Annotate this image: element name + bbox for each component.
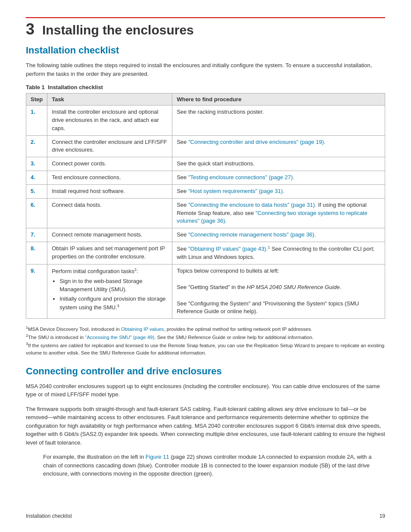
where-4: See "Testing enclosure connections" (pag…	[172, 171, 385, 185]
section2-para3-prefix: For example, the illustration on the lef…	[43, 454, 146, 460]
task-7: Connect remote management hosts.	[47, 228, 172, 242]
link-figure11[interactable]: Figure 11	[146, 454, 169, 460]
footnote-3: 3If the systems are cabled for replicati…	[26, 341, 385, 357]
link-host-req[interactable]: "Host system requirements" (page 31).	[188, 188, 284, 194]
link-footnote1[interactable]: Obtaining IP values	[121, 327, 164, 332]
table-row: 9. Perform initial configuration tasks2:…	[26, 264, 385, 319]
task-2: Connect the controller enclosure and LFF…	[47, 135, 172, 157]
where-1: See the racking instructions poster.	[172, 106, 385, 136]
step-8: 8.	[26, 242, 47, 264]
table-row: 8. Obtain IP values and set management p…	[26, 242, 385, 264]
section-connecting-controller: Connecting controller and drive enclosur…	[26, 366, 385, 478]
where-3: See the quick start instructions.	[172, 157, 385, 171]
table-row: 6. Connect data hosts. See "Connecting t…	[26, 198, 385, 228]
step-7: 7.	[26, 228, 47, 242]
task-9: Perform initial configuration tasks2: Si…	[47, 264, 172, 319]
link-replicate[interactable]: "Connecting two storage systems to repli…	[177, 210, 367, 224]
table-row: 2. Connect the controller enclosure and …	[26, 135, 385, 157]
where-8: See "Obtaining IP values" (page 43).1 Se…	[172, 242, 385, 264]
where-2: See "Connecting controller and drive enc…	[172, 135, 385, 157]
installation-checklist-table: Step Task Where to find procedure 1. Ins…	[26, 93, 385, 319]
task-1: Install the controller enclosure and opt…	[47, 106, 172, 136]
table-header-row: Step Task Where to find procedure	[26, 93, 385, 106]
chapter-title: Installing the enclosures	[42, 24, 194, 37]
table-row: 4. Test enclosure connections. See "Test…	[26, 171, 385, 185]
step-3: 3.	[26, 157, 47, 171]
where-6: See "Connecting the enclosure to data ho…	[172, 198, 385, 228]
col-header-task: Task	[47, 93, 172, 106]
footer-left: Installation checklist	[26, 513, 72, 519]
step-4: 4.	[26, 171, 47, 185]
col-header-where: Where to find procedure	[172, 93, 385, 106]
page-footer: Installation checklist 19	[26, 513, 385, 519]
chapter-heading: 3 Installing the enclosures	[26, 17, 385, 37]
section2-para1: MSA 2040 controller enclosures support u…	[26, 382, 385, 399]
chapter-number: 3	[26, 22, 34, 37]
task-4: Test enclosure connections.	[47, 171, 172, 185]
table-row: 1. Install the controller enclosure and …	[26, 106, 385, 136]
footnote-2: 2The SMU is introduced in "Accessing the…	[26, 333, 385, 341]
section-installation-checklist: Installation checklist The following tab…	[26, 45, 385, 357]
list-item: Initially configure and provision the st…	[59, 295, 168, 312]
footer-right: 19	[380, 513, 385, 519]
step-5: 5.	[26, 184, 47, 198]
link-footnote2[interactable]: "Accessing the SMU" (page 49).	[85, 335, 156, 340]
section2-para2: The firmware supports both straight-thro…	[26, 405, 385, 447]
task-3: Connect power cords.	[47, 157, 172, 171]
step-6: 6.	[26, 198, 47, 228]
footnote-1: 1MSA Device Discovery Tool, introduced i…	[26, 325, 385, 333]
link-remote-mgmt[interactable]: "Connecting remote management hosts" (pa…	[188, 231, 316, 238]
task-5: Install required host software.	[47, 184, 172, 198]
table-caption-label: Table 1	[26, 84, 45, 90]
table-row: 5. Install required host software. See "…	[26, 184, 385, 198]
list-item: Sign in to the web-based Storage Managem…	[59, 277, 168, 294]
section2-para3: For example, the illustration on the lef…	[43, 453, 385, 478]
table-caption: Table 1 Installation checklist	[26, 84, 385, 90]
task-6: Connect data hosts.	[47, 198, 172, 228]
where-7: See "Connecting remote management hosts"…	[172, 228, 385, 242]
where-9: Topics below correspond to bullets at le…	[172, 264, 385, 319]
task-9-bullets: Sign in to the web-based Storage Managem…	[52, 277, 168, 312]
table-caption-text: Installation checklist	[48, 84, 103, 90]
link-testing[interactable]: "Testing enclosure connections" (page 27…	[188, 174, 294, 180]
task-8: Obtain IP values and set management port…	[47, 242, 172, 264]
col-header-step: Step	[26, 93, 47, 106]
where-5: See "Host system requirements" (page 31)…	[172, 184, 385, 198]
section1-intro: The following table outlines the steps r…	[26, 61, 385, 78]
link-data-hosts[interactable]: "Connecting the enclosure to data hosts"…	[188, 202, 317, 208]
link-ip-values[interactable]: "Obtaining IP values" (page 43).	[188, 246, 268, 252]
section1-heading: Installation checklist	[26, 45, 385, 56]
step-9: 9.	[26, 264, 47, 319]
step-1: 1.	[26, 106, 47, 136]
section2-heading: Connecting controller and drive enclosur…	[26, 366, 385, 377]
table-row: 3. Connect power cords. See the quick st…	[26, 157, 385, 171]
table-row: 7. Connect remote management hosts. See …	[26, 228, 385, 242]
footnotes: 1MSA Device Discovery Tool, introduced i…	[26, 325, 385, 357]
step-2: 2.	[26, 135, 47, 157]
link-connecting-controller[interactable]: "Connecting controller and drive enclosu…	[188, 139, 326, 145]
